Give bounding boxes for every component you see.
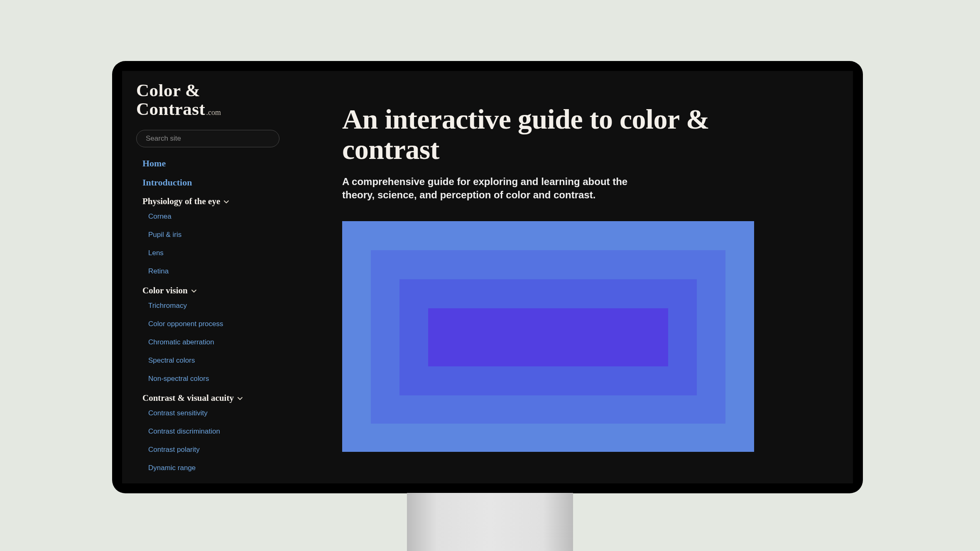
nav-section-physiology[interactable]: Physiology of the eye	[142, 196, 311, 207]
nav-list: Home Introduction Physiology of the eye …	[136, 158, 311, 472]
nav-item-cornea[interactable]: Cornea	[148, 212, 311, 221]
nested-squares-illustration	[342, 221, 754, 452]
nav-item-dynamic-range[interactable]: Dynamic range	[148, 464, 311, 472]
logo-tld: .com	[206, 108, 221, 117]
search-input[interactable]	[146, 134, 270, 143]
nav-item-lens[interactable]: Lens	[148, 249, 311, 257]
site-logo[interactable]: Color & Contrast.com	[136, 81, 311, 118]
logo-line-1: Color &	[136, 81, 311, 100]
screen-content: Color & Contrast.com Home Introduction P…	[122, 71, 853, 483]
nav-sub-list-physiology: Cornea Pupil & iris Lens Retina	[142, 212, 311, 276]
nav-item-pupil-iris[interactable]: Pupil & iris	[148, 231, 311, 239]
chevron-down-icon	[191, 288, 197, 294]
sidebar: Color & Contrast.com Home Introduction P…	[122, 71, 326, 483]
page-subtitle: A comprehensive guide for exploring and …	[342, 175, 641, 202]
nav-home[interactable]: Home	[142, 158, 311, 169]
nav-sub-list-color-vision: Trichromacy Color opponent process Chrom…	[142, 302, 311, 383]
search-container[interactable]	[136, 130, 279, 147]
nav-item-spectral-colors[interactable]: Spectral colors	[148, 356, 311, 365]
square-second	[371, 250, 725, 424]
square-inner	[428, 308, 668, 366]
logo-line-2: Contrast	[136, 99, 205, 119]
nav-section-label: Color vision	[142, 285, 188, 296]
nav-section-label: Contrast & visual acuity	[142, 393, 234, 403]
square-third	[399, 279, 697, 395]
nav-item-contrast-sensitivity[interactable]: Contrast sensitivity	[148, 409, 311, 417]
nav-item-retina[interactable]: Retina	[148, 267, 311, 276]
nav-item-contrast-discrimination[interactable]: Contrast discrimination	[148, 427, 311, 436]
nav-section-color-vision[interactable]: Color vision	[142, 285, 311, 296]
nav-introduction[interactable]: Introduction	[142, 177, 311, 188]
chevron-down-icon	[223, 199, 229, 205]
nav-section-contrast-acuity[interactable]: Contrast & visual acuity	[142, 393, 311, 403]
nav-item-contrast-polarity[interactable]: Contrast polarity	[148, 446, 311, 454]
nav-item-trichromacy[interactable]: Trichromacy	[148, 302, 311, 310]
monitor-frame: Color & Contrast.com Home Introduction P…	[112, 61, 863, 493]
nav-section-label: Physiology of the eye	[142, 196, 220, 207]
nav-item-non-spectral-colors[interactable]: Non-spectral colors	[148, 375, 311, 383]
square-outer	[342, 221, 754, 452]
chevron-down-icon	[237, 395, 243, 401]
nav-item-color-opponent[interactable]: Color opponent process	[148, 320, 311, 328]
monitor-stand	[407, 493, 573, 551]
nav-item-chromatic-aberration[interactable]: Chromatic aberration	[148, 338, 311, 346]
nav-sub-list-contrast-acuity: Contrast sensitivity Contrast discrimina…	[142, 409, 311, 472]
page-headline: An interactive guide to color & contrast	[342, 104, 716, 165]
main-content: An interactive guide to color & contrast…	[326, 71, 853, 483]
